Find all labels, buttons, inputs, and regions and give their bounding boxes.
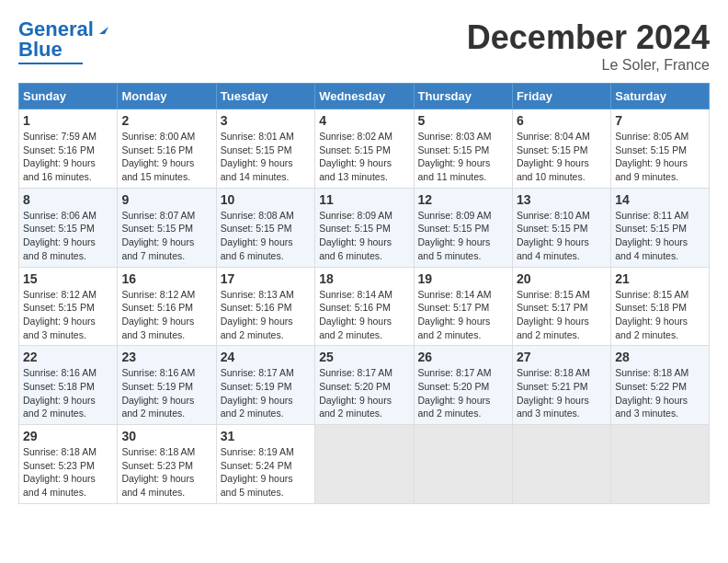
calendar-title: December 2024 bbox=[467, 18, 710, 57]
col-wednesday: Wednesday bbox=[315, 84, 414, 109]
day-number: 6 bbox=[517, 113, 607, 128]
table-row bbox=[414, 425, 512, 504]
calendar-table: Sunday Monday Tuesday Wednesday Thursday… bbox=[18, 83, 710, 504]
day-info: Sunrise: 8:08 AM Sunset: 5:15 PM Dayligh… bbox=[221, 209, 311, 263]
day-number: 21 bbox=[615, 271, 705, 286]
day-number: 3 bbox=[221, 113, 311, 128]
table-row: 8 Sunrise: 8:06 AM Sunset: 5:15 PM Dayli… bbox=[19, 188, 118, 267]
day-number: 25 bbox=[319, 350, 409, 364]
day-info: Sunrise: 8:18 AM Sunset: 5:21 PM Dayligh… bbox=[517, 366, 607, 420]
table-row bbox=[611, 425, 710, 504]
day-number: 29 bbox=[23, 429, 113, 443]
table-row: 2 Sunrise: 8:00 AM Sunset: 5:16 PM Dayli… bbox=[118, 109, 216, 189]
day-number: 16 bbox=[121, 271, 211, 286]
day-info: Sunrise: 8:01 AM Sunset: 5:15 PM Dayligh… bbox=[221, 130, 311, 184]
table-row: 28 Sunrise: 8:18 AM Sunset: 5:22 PM Dayl… bbox=[611, 346, 710, 425]
table-row bbox=[315, 425, 414, 504]
table-row: 29 Sunrise: 8:18 AM Sunset: 5:23 PM Dayl… bbox=[19, 425, 118, 504]
day-number: 22 bbox=[23, 350, 113, 364]
day-number: 27 bbox=[517, 350, 607, 364]
calendar-week-row: 29 Sunrise: 8:18 AM Sunset: 5:23 PM Dayl… bbox=[19, 425, 710, 504]
table-row: 26 Sunrise: 8:17 AM Sunset: 5:20 PM Dayl… bbox=[414, 346, 512, 425]
calendar-week-row: 8 Sunrise: 8:06 AM Sunset: 5:15 PM Dayli… bbox=[19, 188, 710, 267]
day-number: 19 bbox=[418, 271, 508, 286]
table-row: 22 Sunrise: 8:16 AM Sunset: 5:18 PM Dayl… bbox=[19, 346, 118, 425]
table-row: 7 Sunrise: 8:05 AM Sunset: 5:15 PM Dayli… bbox=[611, 109, 710, 189]
day-number: 7 bbox=[615, 113, 705, 128]
day-info: Sunrise: 8:12 AM Sunset: 5:16 PM Dayligh… bbox=[121, 288, 211, 342]
day-number: 26 bbox=[418, 350, 508, 364]
day-number: 14 bbox=[615, 192, 705, 207]
day-number: 9 bbox=[121, 192, 211, 207]
day-number: 31 bbox=[221, 429, 311, 443]
table-row: 5 Sunrise: 8:03 AM Sunset: 5:15 PM Dayli… bbox=[414, 109, 512, 189]
table-row: 23 Sunrise: 8:16 AM Sunset: 5:19 PM Dayl… bbox=[118, 346, 216, 425]
day-number: 1 bbox=[23, 113, 113, 128]
day-info: Sunrise: 8:18 AM Sunset: 5:23 PM Dayligh… bbox=[121, 445, 211, 500]
day-info: Sunrise: 8:06 AM Sunset: 5:15 PM Dayligh… bbox=[23, 209, 113, 263]
table-row: 24 Sunrise: 8:17 AM Sunset: 5:19 PM Dayl… bbox=[216, 346, 314, 425]
svg-marker-0 bbox=[99, 27, 108, 34]
calendar-week-row: 22 Sunrise: 8:16 AM Sunset: 5:18 PM Dayl… bbox=[19, 346, 710, 425]
table-row: 16 Sunrise: 8:12 AM Sunset: 5:16 PM Dayl… bbox=[118, 267, 216, 346]
day-info: Sunrise: 8:09 AM Sunset: 5:15 PM Dayligh… bbox=[319, 209, 409, 263]
day-info: Sunrise: 8:11 AM Sunset: 5:15 PM Dayligh… bbox=[615, 209, 705, 263]
table-row: 21 Sunrise: 8:15 AM Sunset: 5:18 PM Dayl… bbox=[611, 267, 710, 346]
col-monday: Monday bbox=[118, 84, 216, 109]
day-info: Sunrise: 8:16 AM Sunset: 5:19 PM Dayligh… bbox=[121, 366, 211, 420]
day-number: 5 bbox=[418, 113, 508, 128]
table-row: 6 Sunrise: 8:04 AM Sunset: 5:15 PM Dayli… bbox=[512, 109, 610, 189]
day-info: Sunrise: 8:13 AM Sunset: 5:16 PM Dayligh… bbox=[221, 288, 311, 342]
day-info: Sunrise: 8:19 AM Sunset: 5:24 PM Dayligh… bbox=[221, 445, 311, 500]
table-row: 11 Sunrise: 8:09 AM Sunset: 5:15 PM Dayl… bbox=[315, 188, 414, 267]
day-info: Sunrise: 8:17 AM Sunset: 5:20 PM Dayligh… bbox=[418, 366, 508, 420]
day-info: Sunrise: 8:00 AM Sunset: 5:16 PM Dayligh… bbox=[121, 130, 211, 184]
table-row: 3 Sunrise: 8:01 AM Sunset: 5:15 PM Dayli… bbox=[216, 109, 314, 189]
day-info: Sunrise: 8:03 AM Sunset: 5:15 PM Dayligh… bbox=[418, 130, 508, 184]
day-number: 2 bbox=[121, 113, 211, 128]
table-row: 18 Sunrise: 8:14 AM Sunset: 5:16 PM Dayl… bbox=[315, 267, 414, 346]
table-row: 9 Sunrise: 8:07 AM Sunset: 5:15 PM Dayli… bbox=[118, 188, 216, 267]
col-sunday: Sunday bbox=[19, 84, 118, 109]
logo-text-blue: Blue bbox=[18, 39, 63, 61]
table-row: 10 Sunrise: 8:08 AM Sunset: 5:15 PM Dayl… bbox=[216, 188, 314, 267]
day-info: Sunrise: 8:14 AM Sunset: 5:16 PM Dayligh… bbox=[319, 288, 409, 342]
page-header: General Blue December 2024 Le Soler, Fra… bbox=[18, 18, 710, 74]
table-row: 1 Sunrise: 7:59 AM Sunset: 5:16 PM Dayli… bbox=[19, 109, 118, 189]
day-number: 28 bbox=[615, 350, 705, 364]
day-number: 30 bbox=[121, 429, 211, 443]
day-number: 11 bbox=[319, 192, 409, 207]
calendar-week-row: 15 Sunrise: 8:12 AM Sunset: 5:15 PM Dayl… bbox=[19, 267, 710, 346]
day-info: Sunrise: 8:09 AM Sunset: 5:15 PM Dayligh… bbox=[418, 209, 508, 263]
logo-underline bbox=[18, 63, 83, 64]
day-info: Sunrise: 8:02 AM Sunset: 5:15 PM Dayligh… bbox=[319, 130, 409, 184]
logo-arrow-icon bbox=[96, 19, 112, 36]
day-number: 10 bbox=[221, 192, 311, 207]
day-info: Sunrise: 8:16 AM Sunset: 5:18 PM Dayligh… bbox=[23, 366, 113, 420]
day-number: 13 bbox=[517, 192, 607, 207]
day-number: 17 bbox=[221, 271, 311, 286]
day-number: 20 bbox=[517, 271, 607, 286]
table-row: 27 Sunrise: 8:18 AM Sunset: 5:21 PM Dayl… bbox=[512, 346, 610, 425]
table-row: 15 Sunrise: 8:12 AM Sunset: 5:15 PM Dayl… bbox=[19, 267, 118, 346]
logo: General Blue bbox=[18, 18, 112, 64]
col-tuesday: Tuesday bbox=[216, 84, 314, 109]
day-number: 24 bbox=[221, 350, 311, 364]
day-info: Sunrise: 8:17 AM Sunset: 5:19 PM Dayligh… bbox=[221, 366, 311, 420]
day-number: 8 bbox=[23, 192, 113, 207]
day-number: 15 bbox=[23, 271, 113, 286]
table-row: 30 Sunrise: 8:18 AM Sunset: 5:23 PM Dayl… bbox=[118, 425, 216, 504]
calendar-subtitle: Le Soler, France bbox=[467, 57, 710, 74]
col-saturday: Saturday bbox=[611, 84, 710, 109]
day-info: Sunrise: 8:17 AM Sunset: 5:20 PM Dayligh… bbox=[319, 366, 409, 420]
table-row: 31 Sunrise: 8:19 AM Sunset: 5:24 PM Dayl… bbox=[216, 425, 314, 504]
day-info: Sunrise: 8:05 AM Sunset: 5:15 PM Dayligh… bbox=[615, 130, 705, 184]
day-info: Sunrise: 8:14 AM Sunset: 5:17 PM Dayligh… bbox=[418, 288, 508, 342]
day-info: Sunrise: 8:15 AM Sunset: 5:18 PM Dayligh… bbox=[615, 288, 705, 342]
calendar-week-row: 1 Sunrise: 7:59 AM Sunset: 5:16 PM Dayli… bbox=[19, 109, 710, 189]
day-info: Sunrise: 8:07 AM Sunset: 5:15 PM Dayligh… bbox=[121, 209, 211, 263]
table-row: 17 Sunrise: 8:13 AM Sunset: 5:16 PM Dayl… bbox=[216, 267, 314, 346]
table-row: 25 Sunrise: 8:17 AM Sunset: 5:20 PM Dayl… bbox=[315, 346, 414, 425]
day-info: Sunrise: 8:18 AM Sunset: 5:23 PM Dayligh… bbox=[23, 445, 113, 500]
day-info: Sunrise: 8:12 AM Sunset: 5:15 PM Dayligh… bbox=[23, 288, 113, 342]
